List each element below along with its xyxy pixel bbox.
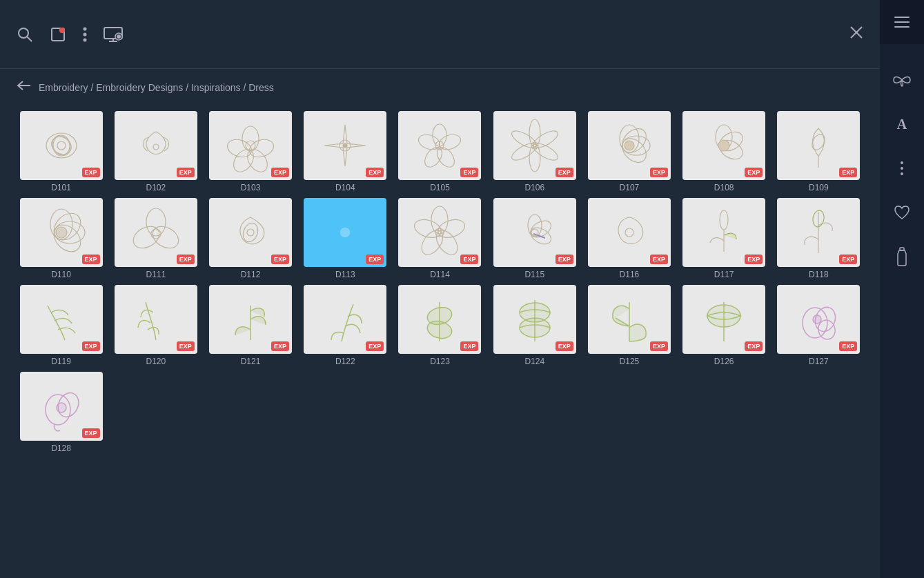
design-item[interactable]: EXPD108 [680,111,769,192]
design-item[interactable]: EXPD126 [680,285,769,366]
butterfly-button[interactable] [888,66,916,94]
svg-point-81 [720,210,728,230]
design-thumbnail: EXP [304,285,386,354]
design-item[interactable]: EXPD127 [774,285,863,366]
svg-point-94 [707,305,740,327]
svg-point-91 [520,318,550,337]
dots-menu-button[interactable] [888,155,916,182]
close-button[interactable] [849,26,863,43]
exp-badge: EXP [366,255,384,264]
svg-point-104 [901,172,903,175]
design-item[interactable]: EXPD106 [490,111,579,192]
design-item[interactable]: EXPD119 [17,285,106,366]
heart-button[interactable] [888,199,916,226]
design-item[interactable]: EXPD104 [301,111,390,192]
preview-button[interactable] [104,27,123,42]
design-item[interactable]: EXPD121 [206,285,295,366]
design-item[interactable]: EXPD118 [774,198,863,279]
design-item[interactable]: EXPD111 [111,198,200,279]
design-item[interactable]: EXPD116 [584,198,674,279]
design-label: D124 [524,357,544,366]
design-item[interactable]: EXPD128 [17,372,106,453]
design-item[interactable]: EXPD101 [17,111,106,192]
breadcrumb-bar: Embroidery / Embroidery Designs / Inspir… [0,69,880,106]
design-label: D112 [241,270,261,279]
design-thumbnail: EXP [682,198,765,267]
design-item[interactable]: EXPD103 [206,111,295,192]
notification-dot [59,28,65,33]
svg-point-97 [813,315,821,323]
design-label: D127 [809,357,829,366]
svg-point-34 [529,119,540,147]
design-thumbnail: EXP [398,285,481,354]
design-item[interactable]: EXPD113 [301,198,390,279]
design-label: D115 [524,270,544,279]
design-item[interactable]: EXPD123 [395,285,484,366]
design-item[interactable]: EXPD109 [774,111,863,192]
design-label: D121 [241,357,261,366]
exp-badge: EXP [460,255,478,264]
svg-point-56 [146,208,166,236]
design-item[interactable]: EXPD117 [680,198,769,279]
design-label: D126 [714,357,734,366]
search-button[interactable] [17,26,33,43]
design-item[interactable]: EXPD125 [584,285,674,366]
design-item[interactable]: EXPD122 [301,285,390,366]
back-button[interactable] [17,80,30,94]
design-item[interactable]: EXPD107 [584,111,674,192]
design-item[interactable]: EXPD105 [395,111,484,192]
svg-point-102 [901,161,903,164]
exp-badge: EXP [82,255,100,264]
svg-point-37 [529,144,540,172]
exp-badge: EXP [82,168,100,177]
breadcrumb: Embroidery / Embroidery Designs / Inspir… [39,82,274,93]
design-grid-area[interactable]: EXPD101EXPD102EXPD103EXPD104EXPD105EXPD1… [0,106,880,578]
text-icon: A [897,117,907,132]
svg-point-3 [83,27,87,30]
svg-point-69 [431,206,448,234]
svg-point-103 [901,167,903,170]
svg-point-0 [19,28,28,38]
design-label: D101 [51,183,71,192]
design-thumbnail: EXP [588,198,671,267]
design-thumbnail: EXP [115,198,197,267]
design-thumbnail: EXP [493,111,576,180]
text-button[interactable]: A [888,110,916,138]
svg-point-5 [83,38,87,41]
svg-point-61 [247,229,254,236]
design-label: D122 [335,357,355,366]
design-label: D118 [809,270,829,279]
svg-point-19 [153,144,159,150]
design-item[interactable]: EXPD124 [490,285,579,366]
layers-button[interactable] [50,26,66,43]
design-grid: EXPD101EXPD102EXPD103EXPD104EXPD105EXPD1… [17,111,863,453]
design-thumbnail: EXP [20,111,103,180]
exp-badge: EXP [839,255,857,264]
design-item[interactable]: EXPD102 [111,111,200,192]
design-item[interactable]: EXPD110 [17,198,106,279]
design-label: D116 [620,270,640,279]
exp-badge: EXP [82,341,100,351]
exp-badge: EXP [271,255,289,264]
bottle-button[interactable] [888,243,916,270]
svg-point-10 [117,35,120,38]
svg-point-50 [809,132,827,152]
exp-badge: EXP [366,168,384,177]
design-thumbnail: EXP [588,285,671,354]
design-item[interactable]: EXPD114 [395,198,484,279]
design-item[interactable]: EXPD112 [206,198,295,279]
exp-badge: EXP [650,255,668,264]
svg-point-38 [509,140,539,163]
svg-point-71 [433,226,462,258]
svg-point-4 [83,32,87,36]
menu-button[interactable] [880,0,924,44]
design-item[interactable]: EXPD115 [490,198,579,279]
right-sidebar: A [880,0,924,578]
design-item[interactable]: EXPD120 [111,285,200,366]
exp-badge: EXP [460,341,478,351]
svg-point-72 [417,226,447,258]
menu-dots-button[interactable] [83,27,87,42]
design-thumbnail: EXP [777,198,860,267]
design-label: D109 [809,183,829,192]
design-label: D106 [524,183,544,192]
